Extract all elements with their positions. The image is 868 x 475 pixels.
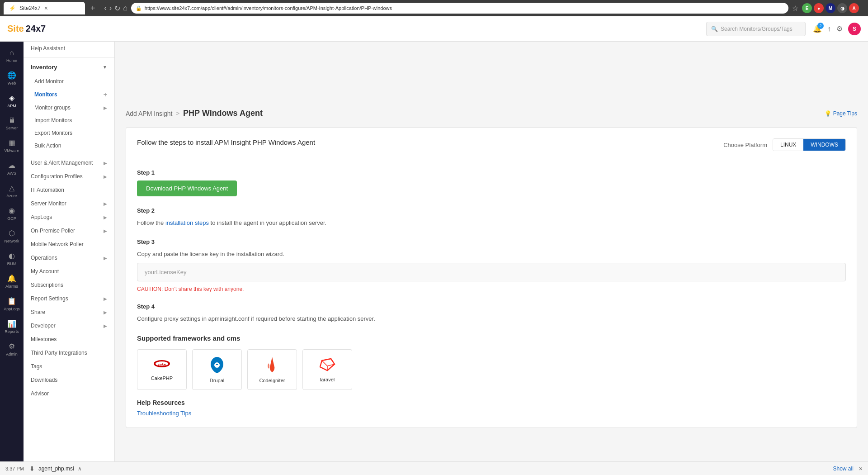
sidebar-item-aws[interactable]: ☁ AWS bbox=[0, 157, 24, 179]
breadcrumb-parent[interactable]: Add APM Insight bbox=[126, 110, 173, 117]
search-bar[interactable]: 🔍 Search Monitors/Groups/Tags bbox=[706, 22, 806, 36]
sidebar-item-web[interactable]: 🌐 Web bbox=[0, 67, 24, 89]
reports-icon: 📊 bbox=[7, 319, 16, 328]
sidebar-server-monitor[interactable]: Server Monitor ▶ bbox=[24, 197, 114, 210]
download-expand-icon[interactable]: ∧ bbox=[78, 466, 82, 472]
bookmark-icon[interactable]: ☆ bbox=[792, 4, 798, 13]
sidebar-it-automation[interactable]: IT Automation bbox=[24, 183, 114, 197]
platform-linux-button[interactable]: LINUX bbox=[773, 139, 803, 151]
sidebar-item-server[interactable]: 🖥 Server bbox=[0, 113, 24, 134]
page-tips-link[interactable]: 💡 Page Tips bbox=[825, 110, 857, 117]
browser-tab[interactable]: ⚡ Site24x7 × bbox=[4, 2, 85, 14]
sidebar-user-alert[interactable]: User & Alert Management ▶ bbox=[24, 156, 114, 170]
step-1: Step 1 Download PHP Windows Agent bbox=[137, 169, 846, 196]
upload-icon[interactable]: ↑ bbox=[827, 25, 831, 33]
sidebar-item-azure[interactable]: △ Azure bbox=[0, 180, 24, 202]
nav-icons: 🔔 2 ↑ ⚙ S bbox=[813, 23, 861, 35]
breadcrumb-current: PHP Windows Agent bbox=[183, 109, 263, 118]
back-button[interactable]: ‹ bbox=[104, 4, 107, 12]
sidebar-downloads[interactable]: Downloads bbox=[24, 373, 114, 387]
platform-toggle: LINUX WINDOWS bbox=[773, 138, 846, 151]
sidebar-bulk-action[interactable]: Bulk Action bbox=[24, 139, 114, 152]
home-button[interactable]: ⌂ bbox=[123, 4, 127, 12]
sidebar-export-monitors[interactable]: Export Monitors bbox=[24, 127, 114, 139]
sidebar-milestones[interactable]: Milestones bbox=[24, 332, 114, 346]
drupal-logo bbox=[209, 356, 225, 374]
step-4-text: Configure proxy settings in apminsight.c… bbox=[137, 314, 846, 323]
sidebar-item-admin[interactable]: ⚙ Admin bbox=[0, 338, 24, 360]
sidebar-mobile-network[interactable]: Mobile Network Poller bbox=[24, 238, 114, 251]
cakephp-logo: cake bbox=[153, 358, 171, 372]
framework-codeigniter[interactable]: CodeIgniter bbox=[247, 349, 297, 390]
inventory-label: Inventory bbox=[31, 64, 57, 71]
sidebar-tags[interactable]: Tags bbox=[24, 360, 114, 373]
applogsicon-icon: 📋 bbox=[7, 297, 16, 305]
framework-drupal[interactable]: Drupal bbox=[192, 349, 242, 390]
sidebar-advisor[interactable]: Advisor bbox=[24, 387, 114, 400]
sidebar-item-alarms[interactable]: 🔔 Alarms bbox=[0, 271, 24, 292]
frameworks-title: Supported frameworks and cms bbox=[137, 334, 846, 342]
sidebar-item-rum[interactable]: ◐ RUM bbox=[0, 248, 24, 270]
bottom-bar: 3:37 PM ⬇ agent_php.msi ∧ Show all × bbox=[0, 461, 868, 475]
user-alert-arrow-icon: ▶ bbox=[104, 161, 107, 166]
sidebar-my-account[interactable]: My Account bbox=[24, 265, 114, 278]
sidebar-subscriptions[interactable]: Subscriptions bbox=[24, 278, 114, 292]
troubleshooting-tips-link[interactable]: Troubleshooting Tips bbox=[137, 410, 191, 417]
sidebar-item-network[interactable]: ⬡ Network bbox=[0, 225, 24, 247]
content-area: Add APM Insight > PHP Windows Agent 💡 Pa… bbox=[115, 100, 868, 461]
address-bar[interactable]: 🔒 https://www.site24x7.com/app/client#/a… bbox=[131, 3, 788, 14]
step-3: Step 3 Copy and paste the license key in… bbox=[137, 238, 846, 293]
drupal-name: Drupal bbox=[210, 378, 224, 383]
download-php-windows-button[interactable]: Download PHP Windows Agent bbox=[137, 180, 237, 196]
tab-close-button[interactable]: × bbox=[44, 5, 48, 12]
framework-cakephp[interactable]: cake CakePHP bbox=[137, 349, 187, 390]
new-tab-button[interactable]: + bbox=[90, 4, 95, 13]
sidebar-item-gcp[interactable]: ◉ GCP bbox=[0, 203, 24, 224]
url-text: https://www.site24x7.com/app/client#/adm… bbox=[145, 5, 392, 11]
sidebar-applogs[interactable]: AppLogs ▶ bbox=[24, 210, 114, 224]
site-logo[interactable]: Site24x7 bbox=[7, 24, 46, 34]
operations-arrow-icon: ▶ bbox=[104, 256, 107, 261]
logo-text: Site bbox=[7, 24, 24, 34]
sidebar-item-applogsicon[interactable]: 📋 AppLogs bbox=[0, 293, 24, 315]
sidebar-item-reports[interactable]: 📊 Reports bbox=[0, 316, 24, 337]
platform-windows-button[interactable]: WINDOWS bbox=[803, 139, 845, 151]
top-nav: Site24x7 🔍 Search Monitors/Groups/Tags 🔔… bbox=[0, 16, 868, 42]
user-avatar[interactable]: S bbox=[848, 23, 861, 35]
gcp-icon: ◉ bbox=[9, 206, 15, 215]
sidebar-report-settings[interactable]: Report Settings ▶ bbox=[24, 292, 114, 305]
sidebar-monitors[interactable]: Monitors + bbox=[24, 88, 114, 101]
ext-circle-1: E bbox=[802, 3, 812, 13]
search-placeholder: Search Monitors/Groups/Tags bbox=[721, 26, 793, 32]
forward-button[interactable]: › bbox=[109, 4, 112, 12]
framework-laravel[interactable]: laravel bbox=[302, 349, 352, 390]
sidebar-item-vmware[interactable]: ▦ VMware bbox=[0, 135, 24, 157]
download-file-icon: ⬇ bbox=[29, 465, 35, 472]
show-all-button[interactable]: Show all bbox=[833, 466, 853, 472]
sidebar-item-home[interactable]: ⌂ Home bbox=[0, 58, 24, 66]
installation-steps-link[interactable]: installation steps bbox=[165, 219, 209, 226]
sidebar-share[interactable]: Share ▶ bbox=[24, 305, 114, 319]
sidebar-monitor-groups[interactable]: Monitor groups ▶ bbox=[24, 101, 114, 114]
sidebar-third-party[interactable]: Third Party Integrations bbox=[24, 346, 114, 360]
sidebar-divider-2 bbox=[24, 154, 114, 154]
notifications-icon[interactable]: 🔔 2 bbox=[813, 24, 822, 33]
inventory-header[interactable]: Inventory ▼ bbox=[24, 59, 114, 75]
monitors-plus-icon[interactable]: + bbox=[104, 91, 107, 98]
breadcrumb: Add APM Insight > PHP Windows Agent 💡 Pa… bbox=[126, 109, 857, 118]
sidebar-import-monitors[interactable]: Import Monitors bbox=[24, 114, 114, 127]
reload-button[interactable]: ↻ bbox=[114, 4, 120, 13]
sidebar-add-monitor[interactable]: Add Monitor bbox=[24, 75, 114, 88]
sidebar-config-profiles[interactable]: Configuration Profiles ▶ bbox=[24, 170, 114, 183]
report-settings-arrow-icon: ▶ bbox=[104, 296, 107, 301]
sidebar-developer[interactable]: Developer ▶ bbox=[24, 319, 114, 332]
sidebar-operations[interactable]: Operations ▶ bbox=[24, 251, 114, 265]
vmware-icon: ▦ bbox=[9, 138, 15, 147]
license-key-box: yourLicenseKey bbox=[137, 263, 846, 281]
alarms-icon: 🔔 bbox=[7, 274, 16, 283]
bottom-bar-close-button[interactable]: × bbox=[859, 465, 863, 472]
settings-icon[interactable]: ⚙ bbox=[836, 24, 843, 33]
platform-row: Choose Platform LINUX WINDOWS bbox=[723, 138, 846, 151]
sidebar-item-apm[interactable]: ◈ APM bbox=[0, 90, 24, 112]
sidebar-on-premise[interactable]: On-Premise Poller ▶ bbox=[24, 224, 114, 238]
